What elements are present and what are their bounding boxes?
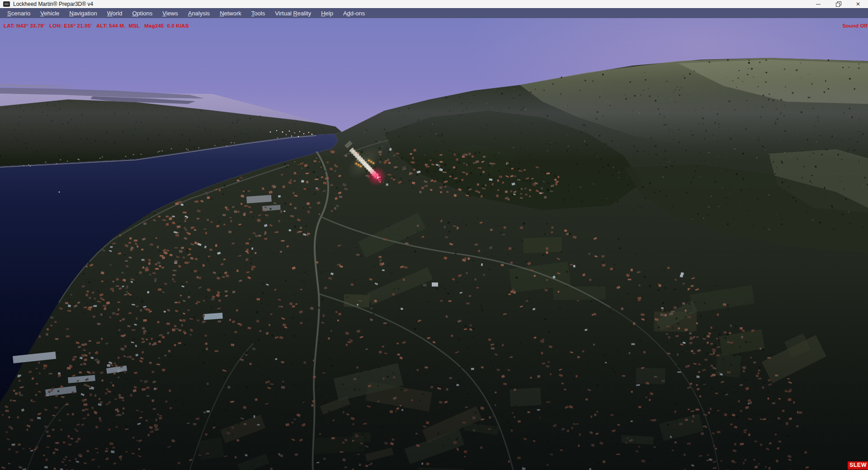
close-button[interactable]: ✕ bbox=[848, 0, 868, 8]
menu-item-help[interactable]: Help bbox=[316, 9, 338, 18]
minimize-icon bbox=[816, 4, 821, 5]
menu-item-network[interactable]: Network bbox=[215, 9, 246, 18]
position-readout: LAT: N43° 33.79' LON: E16° 21.05' ALT: 5… bbox=[4, 23, 189, 28]
title-bar[interactable]: Lockheed Martin® Prepar3D® v4 ✕ bbox=[0, 0, 868, 8]
minimize-button[interactable] bbox=[808, 0, 828, 8]
restore-icon bbox=[836, 2, 840, 6]
scene-3d-view[interactable] bbox=[0, 18, 868, 470]
menu-item-scenario[interactable]: Scenario bbox=[2, 9, 35, 18]
menu-item-options[interactable]: Options bbox=[127, 9, 157, 18]
slew-indicator: SLEW bbox=[848, 461, 868, 470]
menu-item-navigation[interactable]: Navigation bbox=[64, 9, 102, 18]
app-icon[interactable] bbox=[3, 1, 10, 7]
sound-status: Sound Off bbox=[842, 23, 868, 28]
simulator-viewport[interactable]: LAT: N43° 33.79' LON: E16° 21.05' ALT: 5… bbox=[0, 18, 868, 470]
menu-item-add-ons[interactable]: Add-ons bbox=[338, 9, 370, 18]
app-window: Lockheed Martin® Prepar3D® v4 ✕ Scenario… bbox=[0, 0, 868, 470]
menu-item-views[interactable]: Views bbox=[157, 9, 183, 18]
window-title: Lockheed Martin® Prepar3D® v4 bbox=[13, 1, 93, 7]
menu-item-vehicle[interactable]: Vehicle bbox=[35, 9, 64, 18]
menu-item-tools[interactable]: Tools bbox=[246, 9, 270, 18]
menu-item-virtual-reality[interactable]: Virtual Reality bbox=[270, 9, 316, 18]
menu-item-world[interactable]: World bbox=[102, 9, 127, 18]
window-controls: ✕ bbox=[808, 0, 868, 8]
restore-button[interactable] bbox=[828, 0, 848, 8]
close-icon: ✕ bbox=[856, 1, 860, 7]
app-icon-glyph bbox=[5, 3, 9, 5]
menu-item-analysis[interactable]: Analysis bbox=[183, 9, 215, 18]
menu-bar: ScenarioVehicleNavigationWorldOptionsVie… bbox=[0, 8, 868, 18]
vignette bbox=[0, 271, 868, 470]
